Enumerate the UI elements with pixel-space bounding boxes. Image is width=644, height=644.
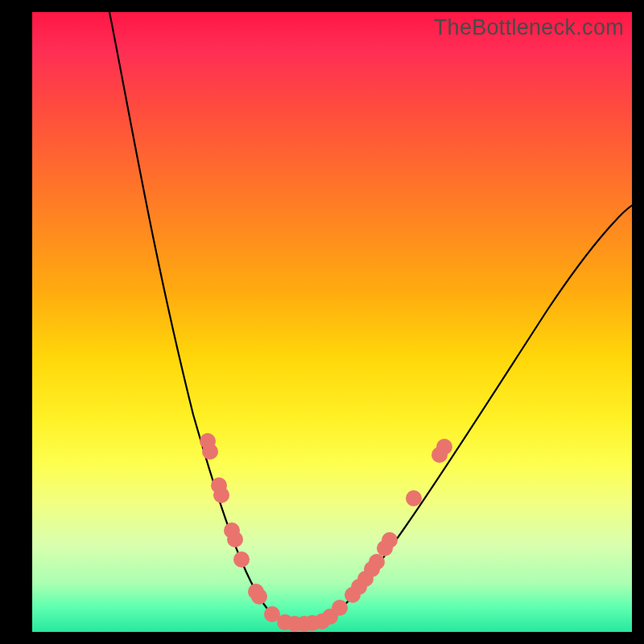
- right-curve: [302, 204, 632, 624]
- left-curve: [109, 12, 302, 624]
- data-point: [213, 487, 229, 503]
- data-point: [382, 532, 398, 548]
- curve-group: [109, 12, 632, 624]
- chart-plot-area: TheBottleneck.com: [32, 12, 632, 632]
- data-point: [202, 444, 218, 460]
- data-points-group: [200, 433, 452, 632]
- data-point: [233, 551, 250, 568]
- data-point: [332, 600, 348, 616]
- data-point: [436, 439, 452, 455]
- data-point: [369, 554, 385, 570]
- data-point: [406, 490, 422, 506]
- data-point: [227, 531, 243, 547]
- chart-frame: TheBottleneck.com: [0, 0, 644, 644]
- data-point: [251, 588, 267, 605]
- chart-svg: [32, 12, 632, 632]
